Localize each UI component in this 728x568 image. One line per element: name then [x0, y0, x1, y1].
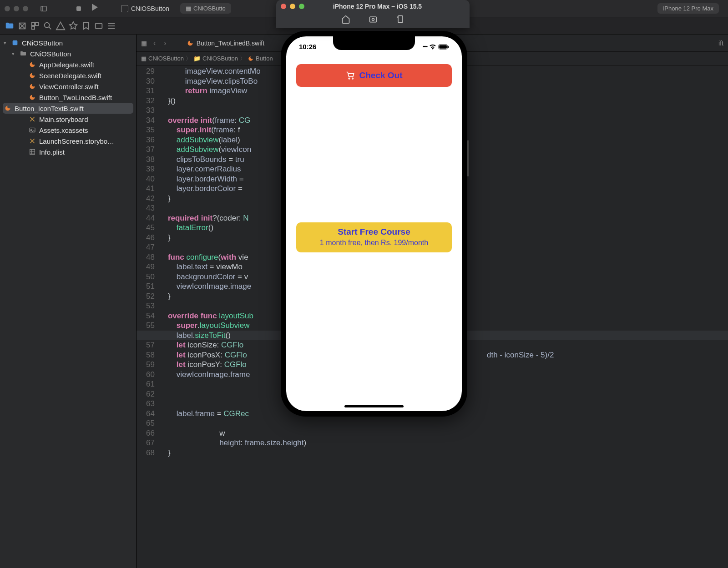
- swift-file-icon: [4, 104, 12, 112]
- file-label: Main.storyboard: [39, 116, 88, 123]
- breakpoint-nav-icon[interactable]: [94, 21, 104, 31]
- device-notch: [333, 36, 415, 50]
- start-course-button[interactable]: Start Free Course 1 month free, then Rs.…: [296, 222, 452, 252]
- cart-icon: [345, 71, 355, 80]
- file-row[interactable]: SceneDelegate.swift: [0, 70, 136, 81]
- sidebar-toggle-icon[interactable]: [38, 3, 49, 14]
- project-name-label: CNiOSButton: [131, 5, 169, 12]
- crumb-swift-icon: [248, 55, 254, 62]
- related-items-icon[interactable]: ▦: [141, 40, 147, 47]
- svg-rect-25: [369, 17, 376, 22]
- file-row[interactable]: ViewController.swift: [0, 81, 136, 92]
- report-nav-icon[interactable]: [106, 21, 116, 31]
- file-label: LaunchScreen.storybo…: [39, 137, 114, 145]
- tab-filename: Button_TwoLinedB.swift: [197, 40, 264, 47]
- nav-back-icon[interactable]: ‹: [152, 39, 157, 47]
- crumb-folder-icon: 📁: [193, 55, 201, 62]
- simulator-device-frame: 10:26 •••• Check Out Start Free Course 1…: [281, 31, 467, 417]
- disclosure-chevron-icon[interactable]: ▾: [12, 51, 16, 57]
- crumb-separator-icon: 〉: [186, 55, 192, 63]
- sim-title-label: iPhone 12 Pro Max – iOS 15.5: [290, 3, 465, 10]
- rotate-icon[interactable]: [396, 15, 405, 24]
- swift-file-icon: [28, 82, 36, 90]
- home-icon[interactable]: [341, 15, 350, 24]
- crumb-1[interactable]: CNiOSButton: [148, 55, 184, 62]
- svg-rect-21: [30, 150, 35, 155]
- svg-rect-27: [398, 16, 403, 23]
- status-time: 10:26: [299, 43, 316, 50]
- disclosure-chevron-icon[interactable]: ▾: [4, 40, 8, 46]
- project-navigator: ▾ CNiOSButton ▾ CNiOSButton AppDelegate.…: [0, 35, 136, 568]
- file-label: AppDelegate.swift: [39, 61, 94, 69]
- project-root-row[interactable]: ▾ CNiOSButton: [0, 37, 136, 48]
- right-tab-fragment: ift: [718, 40, 723, 47]
- run-button[interactable]: [92, 4, 102, 14]
- simulator-screen[interactable]: 10:26 •••• Check Out Start Free Course 1…: [286, 36, 462, 411]
- swift-file-icon: [28, 71, 36, 80]
- swift-file-icon: [28, 93, 36, 101]
- svg-rect-7: [32, 26, 35, 29]
- crumb-separator-icon: 〉: [240, 55, 246, 63]
- swift-file-icon: [28, 60, 36, 69]
- folder-icon: [19, 50, 27, 58]
- svg-rect-0: [41, 6, 46, 11]
- svg-line-9: [49, 27, 51, 29]
- svg-point-31: [349, 78, 350, 79]
- window-close-dot[interactable]: [5, 6, 10, 11]
- signal-icon: ••••: [423, 44, 427, 49]
- folder-row[interactable]: ▾ CNiOSButton: [0, 48, 136, 59]
- project-icon: [11, 39, 19, 47]
- symbol-nav-icon[interactable]: [30, 21, 40, 31]
- issue-nav-icon[interactable]: [56, 21, 66, 31]
- file-row[interactable]: Button_TwoLinedB.swift: [0, 92, 136, 103]
- course-title-label: Start Free Course: [303, 227, 445, 237]
- svg-rect-14: [13, 40, 18, 45]
- test-nav-icon[interactable]: [68, 21, 78, 31]
- svg-rect-5: [32, 22, 35, 25]
- svg-point-26: [372, 18, 374, 20]
- crumb-3[interactable]: Button: [256, 55, 273, 62]
- file-row[interactable]: Main.storyboard: [0, 114, 136, 125]
- file-row[interactable]: LaunchScreen.storybo…: [0, 136, 136, 146]
- folder-nav-icon[interactable]: [5, 21, 15, 31]
- device-side-button[interactable]: [467, 140, 469, 176]
- scheme-selector[interactable]: CNiOSButton: [116, 3, 175, 14]
- crumb-app-icon: ▦: [141, 55, 147, 62]
- crumb-2[interactable]: CNiOSButton: [202, 55, 238, 62]
- checkout-button[interactable]: Check Out: [296, 64, 452, 87]
- file-label: Info.plist: [39, 148, 65, 156]
- svg-point-8: [45, 22, 50, 27]
- file-row[interactable]: AppDelegate.swift: [0, 59, 136, 70]
- svg-rect-30: [448, 45, 449, 48]
- storyboard-file-icon: [28, 137, 36, 145]
- project-root-label: CNiOSButton: [22, 39, 63, 47]
- line-gutter: 2930313233343536373839404142434445464748…: [136, 65, 159, 568]
- target-pill[interactable]: ▦ CNiOSButto: [180, 3, 231, 14]
- window-zoom-dot[interactable]: [23, 6, 28, 11]
- find-nav-icon[interactable]: [43, 21, 53, 31]
- file-row-selected[interactable]: Button_IconTextB.swift: [3, 103, 133, 114]
- folder-label: CNiOSButton: [30, 50, 71, 58]
- screenshot-icon[interactable]: [369, 15, 378, 24]
- target-label: CNiOSButto: [193, 5, 226, 12]
- svg-rect-29: [439, 45, 447, 48]
- nav-forward-icon[interactable]: ›: [162, 39, 168, 47]
- file-label: SceneDelegate.swift: [39, 72, 101, 80]
- stop-button[interactable]: [74, 4, 84, 14]
- source-control-nav-icon[interactable]: [17, 21, 27, 31]
- simulator-window-titlebar: iPhone 12 Pro Max – iOS 15.5: [276, 0, 470, 28]
- svg-rect-10: [96, 23, 102, 28]
- debug-nav-icon[interactable]: [81, 21, 91, 31]
- window-minimize-dot[interactable]: [14, 6, 19, 11]
- wifi-icon: [429, 44, 436, 50]
- file-row[interactable]: Info.plist: [0, 146, 136, 157]
- svg-point-32: [352, 78, 354, 79]
- sim-close-button[interactable]: [281, 4, 286, 9]
- home-indicator[interactable]: [344, 405, 404, 407]
- battery-icon: [438, 44, 449, 50]
- assets-file-icon: [28, 126, 36, 134]
- file-row[interactable]: Assets.xcassets: [0, 125, 136, 136]
- file-label: Button_TwoLinedB.swift: [39, 94, 112, 101]
- device-selector[interactable]: iPhone 12 Pro Max: [657, 3, 719, 14]
- editor-tab[interactable]: Button_TwoLinedB.swift: [187, 40, 264, 47]
